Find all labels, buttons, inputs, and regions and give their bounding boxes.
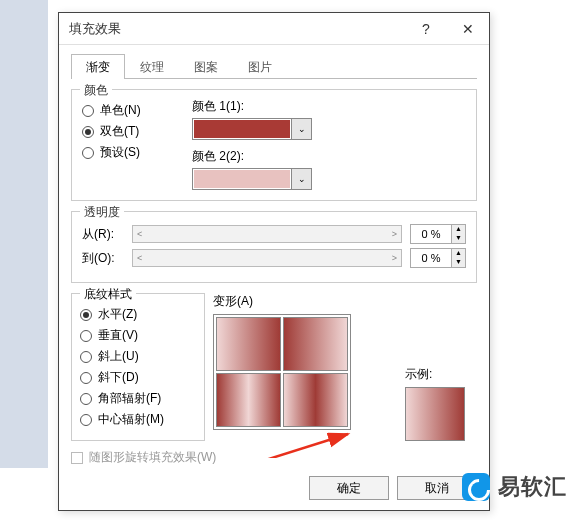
- chevron-down-icon[interactable]: ⌄: [291, 169, 311, 189]
- color1-label: 颜色 1(1):: [192, 98, 466, 115]
- to-spinner[interactable]: 0 %▲▼: [410, 248, 466, 268]
- rotate-checkbox[interactable]: 随图形旋转填充效果(W): [71, 449, 477, 466]
- dialog-title: 填充效果: [59, 20, 405, 38]
- checkbox-icon: [71, 452, 83, 464]
- transparency-fieldset: 透明度 从(R): <> 0 %▲▼ 到(O): <> 0 %▲▼: [71, 211, 477, 283]
- titlebar: 填充效果 ? ✕: [59, 13, 489, 45]
- radio-single-color[interactable]: 单色(N): [82, 102, 192, 119]
- color2-swatch: [193, 169, 291, 189]
- color2-label: 颜色 2(2):: [192, 148, 466, 165]
- color1-picker[interactable]: ⌄: [192, 118, 312, 140]
- chevron-down-icon[interactable]: ⌄: [291, 119, 311, 139]
- tabs: 渐变 纹理 图案 图片: [71, 53, 477, 79]
- radio-diag-down[interactable]: 斜下(D): [80, 369, 196, 386]
- variants-label: 变形(A): [213, 293, 397, 310]
- variant-2[interactable]: [283, 317, 348, 371]
- radio-diag-up[interactable]: 斜上(U): [80, 348, 196, 365]
- fill-effects-dialog: 填充效果 ? ✕ 渐变 纹理 图案 图片 颜色 单色(N) 双色(T) 预设(S…: [58, 12, 490, 511]
- tab-texture[interactable]: 纹理: [125, 54, 179, 79]
- watermark-text: 易软汇: [498, 472, 567, 502]
- variant-1[interactable]: [216, 317, 281, 371]
- shading-legend: 底纹样式: [80, 286, 136, 303]
- shading-styles: 底纹样式 水平(Z) 垂直(V) 斜上(U) 斜下(D) 角部辐射(F) 中心辐…: [71, 293, 205, 441]
- color-legend: 颜色: [80, 82, 112, 99]
- to-slider[interactable]: <>: [132, 249, 402, 267]
- color1-swatch: [193, 119, 291, 139]
- to-label: 到(O):: [82, 250, 132, 267]
- close-button[interactable]: ✕: [447, 13, 489, 45]
- radio-preset[interactable]: 预设(S): [82, 144, 192, 161]
- radio-horizontal[interactable]: 水平(Z): [80, 306, 196, 323]
- radio-vertical[interactable]: 垂直(V): [80, 327, 196, 344]
- sample-label: 示例:: [405, 366, 432, 383]
- from-spinner[interactable]: 0 %▲▼: [410, 224, 466, 244]
- transparency-legend: 透明度: [80, 204, 124, 221]
- ok-button[interactable]: 确定: [309, 476, 389, 500]
- tab-picture[interactable]: 图片: [233, 54, 287, 79]
- radio-center[interactable]: 中心辐射(M): [80, 411, 196, 428]
- radio-double-color[interactable]: 双色(T): [82, 123, 192, 140]
- from-label: 从(R):: [82, 226, 132, 243]
- variants-box: 变形(A): [213, 293, 397, 441]
- from-slider[interactable]: <>: [132, 225, 402, 243]
- help-button[interactable]: ?: [405, 13, 447, 45]
- watermark-logo-icon: [462, 473, 490, 501]
- tab-gradient[interactable]: 渐变: [71, 54, 125, 79]
- color2-picker[interactable]: ⌄: [192, 168, 312, 190]
- sample-preview: [405, 387, 465, 441]
- variant-3[interactable]: [216, 373, 281, 427]
- variant-4[interactable]: [283, 373, 348, 427]
- watermark: 易软汇: [462, 472, 567, 502]
- color-fieldset: 颜色 单色(N) 双色(T) 预设(S) 颜色 1(1): ⌄ 颜色 2(2):: [71, 89, 477, 201]
- tab-pattern[interactable]: 图案: [179, 54, 233, 79]
- radio-corner[interactable]: 角部辐射(F): [80, 390, 196, 407]
